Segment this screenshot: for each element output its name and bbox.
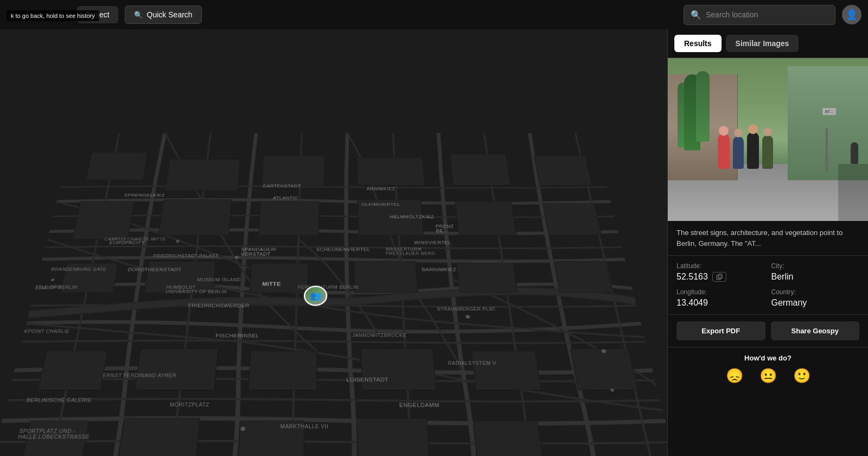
svg-rect-18 bbox=[38, 351, 107, 390]
feedback-good-button[interactable]: 🙂 bbox=[793, 368, 810, 384]
longitude-value: 13.4049 bbox=[676, 298, 765, 308]
right-panel: Results Similar Images bbox=[667, 29, 868, 456]
latitude-value: 52.5163 bbox=[676, 272, 765, 282]
user-avatar[interactable]: 👤 bbox=[842, 5, 861, 24]
main-content: SPRENGELKIEZ EUROPACITY GARTENSTADT ATLA… bbox=[0, 29, 868, 456]
svg-rect-3 bbox=[357, 157, 425, 185]
svg-rect-8 bbox=[259, 201, 320, 236]
panel-data: Latitude: 52.5163 City: Berlin Longitude… bbox=[668, 256, 868, 315]
feedback-section: How'd we do? 😞 😐 🙂 bbox=[668, 347, 868, 391]
country-value: Germany bbox=[771, 298, 860, 308]
map-area[interactable]: SPRENGELKIEZ EUROPACITY GARTENSTADT ATLA… bbox=[0, 29, 667, 456]
tab-results[interactable]: Results bbox=[674, 35, 722, 52]
back-tooltip: k to go back, hold to see history bbox=[7, 10, 99, 21]
photo-marker[interactable]: 👥 bbox=[304, 286, 328, 306]
longitude-item: Longitude: 13.4049 bbox=[676, 288, 765, 308]
svg-rect-14 bbox=[250, 263, 308, 293]
panel-image: AT... bbox=[668, 58, 868, 221]
app-header: k to go back, hold to see history Projec… bbox=[0, 0, 868, 29]
svg-rect-5 bbox=[534, 156, 592, 185]
tab-similar-images[interactable]: Similar Images bbox=[726, 35, 799, 52]
panel-description: The street signs, architecture, and vege… bbox=[668, 221, 868, 256]
svg-rect-17 bbox=[554, 261, 612, 293]
svg-rect-21 bbox=[361, 349, 436, 390]
panel-actions: Export PDF Share Geospy bbox=[668, 315, 868, 347]
city-value: Berlin bbox=[771, 272, 860, 282]
svg-rect-15 bbox=[354, 261, 418, 293]
svg-point-30 bbox=[176, 240, 179, 242]
svg-rect-26 bbox=[237, 421, 304, 456]
latitude-item: Latitude: 52.5163 bbox=[676, 262, 765, 282]
feedback-bad-button[interactable]: 😞 bbox=[726, 368, 743, 384]
svg-point-32 bbox=[51, 278, 55, 281]
svg-rect-23 bbox=[570, 349, 637, 390]
longitude-label: Longitude: bbox=[676, 288, 765, 296]
feedback-emojis: 😞 😐 🙂 bbox=[676, 368, 859, 384]
svg-rect-10 bbox=[455, 201, 516, 236]
feedback-neutral-button[interactable]: 😐 bbox=[760, 368, 777, 384]
feedback-label: How'd we do? bbox=[676, 354, 859, 362]
quick-search-label: Quick Search bbox=[147, 10, 193, 19]
svg-rect-22 bbox=[471, 351, 541, 390]
svg-rect-7 bbox=[158, 200, 232, 236]
svg-rect-27 bbox=[357, 418, 430, 456]
svg-point-31 bbox=[465, 315, 470, 319]
location-search-box[interactable]: 🔍 bbox=[684, 5, 835, 25]
city-label: City: bbox=[771, 262, 860, 270]
map-canvas: SPRENGELKIEZ EUROPACITY GARTENSTADT ATLA… bbox=[0, 29, 667, 456]
svg-rect-28 bbox=[474, 421, 545, 456]
svg-rect-6 bbox=[72, 201, 134, 239]
svg-rect-9 bbox=[358, 200, 424, 236]
country-label: Country: bbox=[771, 288, 860, 296]
svg-rect-13 bbox=[144, 261, 216, 293]
svg-rect-2 bbox=[262, 156, 324, 185]
svg-rect-12 bbox=[60, 263, 118, 293]
panel-tabs: Results Similar Images bbox=[668, 29, 868, 58]
location-search-input[interactable] bbox=[706, 10, 828, 19]
location-search-icon: 🔍 bbox=[691, 10, 701, 20]
quick-search-button[interactable]: 🔍 Quick Search bbox=[125, 5, 202, 24]
svg-rect-4 bbox=[450, 154, 510, 185]
copy-latitude-button[interactable] bbox=[712, 272, 726, 282]
country-item: Country: Germany bbox=[771, 288, 860, 308]
latitude-label: Latitude: bbox=[676, 262, 765, 270]
svg-rect-24 bbox=[20, 421, 89, 456]
svg-rect-16 bbox=[457, 263, 518, 293]
export-pdf-button[interactable]: Export PDF bbox=[676, 321, 765, 340]
svg-rect-37 bbox=[718, 274, 722, 278]
city-item: City: Berlin bbox=[771, 262, 860, 282]
svg-rect-20 bbox=[248, 351, 317, 390]
svg-rect-1 bbox=[165, 159, 240, 191]
svg-rect-11 bbox=[543, 204, 602, 236]
search-icon: 🔍 bbox=[134, 11, 143, 19]
share-geospy-button[interactable]: Share Geospy bbox=[771, 321, 860, 340]
svg-rect-19 bbox=[135, 349, 218, 390]
svg-rect-0 bbox=[86, 153, 148, 180]
map-roads-svg bbox=[0, 133, 667, 456]
svg-rect-25 bbox=[116, 418, 200, 456]
